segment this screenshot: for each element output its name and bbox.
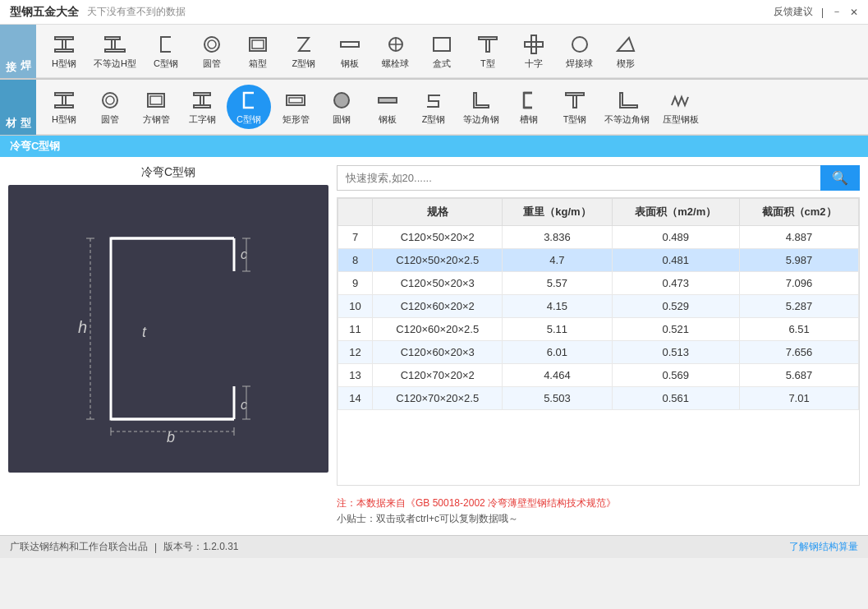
- col-weight: 重里（kg/m）: [503, 199, 612, 226]
- cell-weight: 3.836: [503, 226, 612, 249]
- table-row[interactable]: 7 C120×50×20×2 3.836 0.489 4.887: [338, 226, 859, 249]
- search-button[interactable]: 🔍: [820, 165, 860, 191]
- toolbar-wedge[interactable]: 楔形: [604, 30, 647, 72]
- bottom-bar-left: 广联达钢结构和工作台联合出品 | 版本号：1.2.0.31: [10, 540, 239, 554]
- minimize-btn[interactable]: －: [832, 5, 842, 19]
- diagram-svg: h t b c c: [45, 214, 292, 444]
- table-row[interactable]: 10 C120×60×20×2 4.15 0.529 5.287: [338, 295, 859, 318]
- cell-spec: C120×60×20×3: [373, 341, 503, 364]
- table-container: 规格 重里（kg/m） 表面积（m2/m） 截面积（cm2） 7 C120×50…: [337, 197, 860, 486]
- table-row[interactable]: 9 C120×50×20×3 5.57 0.473 7.096: [338, 272, 859, 295]
- cell-no: 9: [338, 272, 373, 295]
- top-separator: |: [821, 7, 824, 18]
- cell-spec: C120×70×20×2.5: [373, 387, 503, 410]
- toolbar-round-pipe-w[interactable]: 圆管: [191, 30, 233, 72]
- toolbar-c-steel-w[interactable]: C型钢: [145, 30, 187, 72]
- col-surface: 表面积（m2/m）: [612, 199, 740, 226]
- notes: 注：本数据来自《GB 50018-2002 冷弯薄壁型钢结构技术规范》 小贴士：…: [337, 496, 860, 527]
- cell-surface: 0.569: [612, 364, 740, 387]
- copyright-text: 广联达钢结构和工作台联合出品: [10, 540, 148, 554]
- cell-surface: 0.489: [612, 226, 740, 249]
- cell-spec: C120×70×20×2: [373, 364, 503, 387]
- toolbar-channel[interactable]: 槽钢: [507, 85, 550, 128]
- diagram-panel: 冷弯C型钢 h t: [8, 165, 328, 527]
- main-content: 冷弯C型钢 h t: [0, 157, 868, 535]
- toolbar-equal-angle[interactable]: 等边角钢: [458, 85, 504, 128]
- cell-surface: 0.513: [612, 341, 740, 364]
- toolbar-unequal-angle[interactable]: 不等边角钢: [599, 85, 654, 128]
- toolbar-rect-pipe[interactable]: 矩形管: [274, 85, 317, 128]
- table-row[interactable]: 14 C120×70×20×2.5 5.503 0.561 7.01: [338, 387, 859, 410]
- svg-point-25: [106, 96, 114, 104]
- bottom-bar: 广联达钢结构和工作台联合出品 | 版本号：1.2.0.31 了解钢结构算量: [0, 535, 868, 558]
- cell-area: 7.01: [740, 387, 859, 410]
- table-row[interactable]: 11 C120×60×20×2.5 5.11 0.521 6.51: [338, 318, 859, 341]
- cell-area: 5.287: [740, 295, 859, 318]
- svg-rect-27: [150, 96, 162, 104]
- svg-rect-16: [486, 39, 489, 52]
- table-row[interactable]: 8 C120×50×20×2.5 4.7 0.481 5.987: [338, 249, 859, 272]
- cell-weight: 4.464: [503, 364, 612, 387]
- toolbar-round-steel[interactable]: 圆钢: [320, 85, 363, 128]
- svg-rect-9: [252, 40, 264, 48]
- toolbar-z-steel-w[interactable]: Z型钢: [282, 30, 325, 72]
- toolbar-square-pipe[interactable]: 方钢管: [135, 85, 177, 128]
- diagram-title: 冷弯C型钢: [8, 165, 328, 180]
- cell-spec: C120×50×20×3: [373, 272, 503, 295]
- welding-toolbar: H型钢 不等边H型 C型钢 圆管: [36, 25, 868, 78]
- table-row[interactable]: 13 C120×70×20×2 4.464 0.569 5.687: [338, 364, 859, 387]
- toolbar-cross[interactable]: 十字: [512, 30, 555, 72]
- section-label: 冷弯C型钢: [0, 136, 868, 157]
- cell-area: 5.687: [740, 364, 859, 387]
- cell-weight: 5.11: [503, 318, 612, 341]
- cell-spec: C120×60×20×2.5: [373, 318, 503, 341]
- col-no: [338, 199, 373, 226]
- toolbar-h-steel-w[interactable]: H型钢: [43, 30, 85, 72]
- table-body: 7 C120×50×20×2 3.836 0.489 4.887 8 C120×…: [338, 226, 859, 410]
- cell-area: 5.987: [740, 249, 859, 272]
- cell-area: 6.51: [740, 318, 859, 341]
- toolbar-round-pipe-m[interactable]: 圆管: [89, 85, 131, 128]
- toolbar-weld-ball[interactable]: 焊接球: [558, 30, 601, 72]
- col-area: 截面积（cm2）: [740, 199, 859, 226]
- welding-tab[interactable]: 焊接: [0, 25, 36, 78]
- toolbar-box-w[interactable]: 箱型: [237, 30, 279, 72]
- toolbar-c-steel-m[interactable]: C型钢: [227, 85, 271, 129]
- cell-weight: 6.01: [503, 341, 612, 364]
- cell-no: 12: [338, 341, 373, 364]
- toolbar-press-plate[interactable]: 压型钢板: [658, 85, 704, 128]
- table-row[interactable]: 12 C120×60×20×3 6.01 0.513 7.656: [338, 341, 859, 364]
- toolbar-bolt-ball[interactable]: 螺栓球: [374, 30, 417, 72]
- close-btn[interactable]: ✕: [850, 7, 858, 18]
- svg-rect-18: [525, 42, 543, 47]
- cell-surface: 0.473: [612, 272, 740, 295]
- feedback-link[interactable]: 反馈建议: [774, 5, 813, 19]
- toolbar-plate-m[interactable]: 钢板: [366, 85, 409, 128]
- svg-rect-14: [434, 38, 450, 51]
- material-tab[interactable]: 型材: [0, 80, 36, 135]
- version-text: 版本号：1.2.0.31: [163, 540, 238, 554]
- toolbar-t-type[interactable]: T型: [466, 30, 509, 72]
- toolbar-box-type[interactable]: 盒式: [420, 30, 463, 72]
- cell-no: 7: [338, 226, 373, 249]
- svg-marker-20: [618, 38, 634, 51]
- cell-no: 13: [338, 364, 373, 387]
- toolbar-h-steel-m[interactable]: H型钢: [43, 85, 85, 128]
- data-table: 规格 重里（kg/m） 表面积（m2/m） 截面积（cm2） 7 C120×50…: [338, 198, 859, 410]
- toolbar-i-beam[interactable]: 工字钢: [181, 85, 223, 128]
- svg-rect-38: [573, 95, 576, 108]
- cell-weight: 5.503: [503, 387, 612, 410]
- top-bar-left: 型钢五金大全 天下没有查不到的数据: [10, 5, 186, 20]
- svg-rect-17: [531, 35, 536, 53]
- svg-point-19: [572, 37, 587, 52]
- toolbar-plate-w[interactable]: 钢板: [328, 30, 371, 72]
- toolbar-z-steel-m[interactable]: Z型钢: [412, 85, 455, 128]
- toolbar-unequal-h[interactable]: 不等边H型: [89, 30, 141, 72]
- learn-more-link[interactable]: 了解钢结构算量: [789, 540, 858, 554]
- svg-rect-34: [379, 98, 397, 103]
- toolbar-t-steel[interactable]: T型钢: [553, 85, 596, 128]
- search-input[interactable]: [337, 165, 820, 191]
- separator: |: [154, 542, 157, 553]
- cell-spec: C120×50×20×2: [373, 226, 503, 249]
- svg-text:t: t: [142, 324, 147, 340]
